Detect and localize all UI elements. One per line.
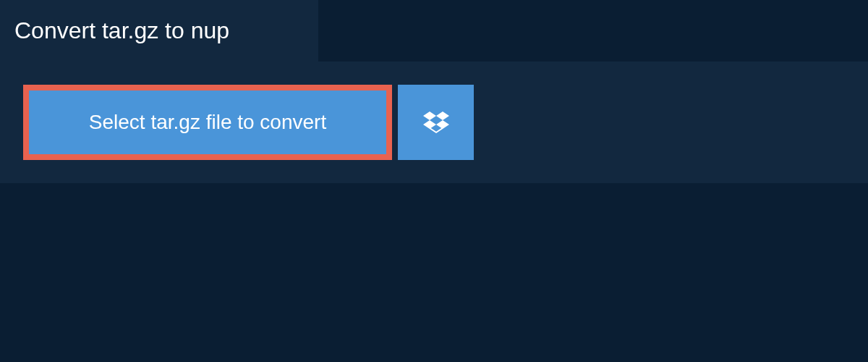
tab-bar: Convert tar.gz to nup (0, 0, 868, 62)
dropbox-button[interactable] (398, 85, 474, 160)
dropbox-icon (423, 109, 449, 135)
tab-convert[interactable]: Convert tar.gz to nup (0, 0, 318, 62)
content-panel: Select tar.gz file to convert (0, 62, 868, 183)
button-row: Select tar.gz file to convert (23, 85, 845, 160)
select-file-label: Select tar.gz file to convert (89, 111, 326, 134)
tab-label: Convert tar.gz to nup (14, 17, 229, 43)
select-file-button[interactable]: Select tar.gz file to convert (23, 85, 392, 160)
